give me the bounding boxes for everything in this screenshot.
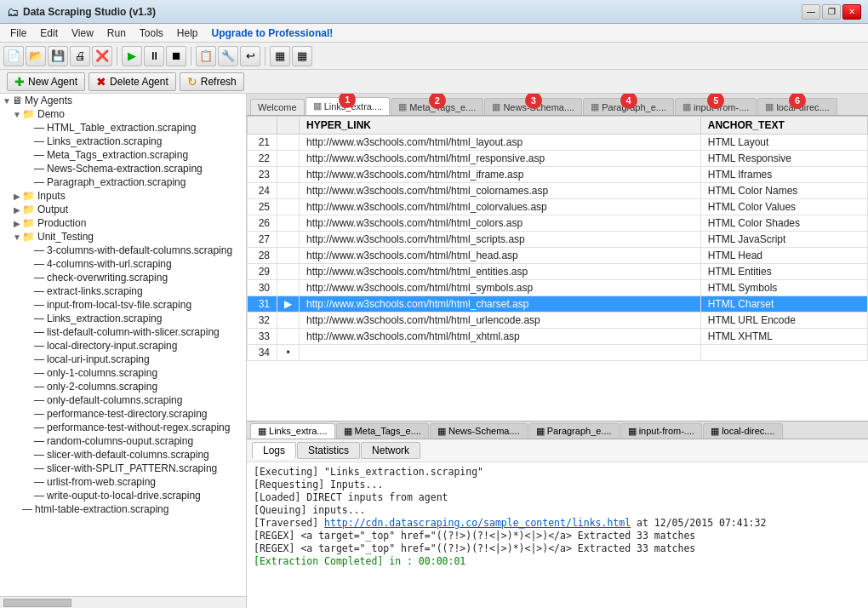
sidebar-item-demo[interactable]: ▼ 📁 Demo <box>0 107 246 121</box>
refresh-button[interactable]: ↻ Refresh <box>180 72 244 91</box>
sidebar-item-slicer-split[interactable]: — slicer-with-SPLIT_PATTERN.scraping <box>0 462 246 475</box>
tab-links-extra[interactable]: 1 ▦ Links_extra.... <box>306 97 390 115</box>
sidebar-item-perf-dir[interactable]: — performance-test-directory.scraping <box>0 407 246 421</box>
sidebar-item-my-agents[interactable]: ▼ 🖥 My Agents <box>0 94 246 107</box>
toolbar-copy[interactable]: 📋 <box>196 46 216 66</box>
table-row[interactable]: 32http://www.w3schools.com/html/html_url… <box>248 313 868 329</box>
sidebar-item-local-dir[interactable]: — local-directory-input.scraping <box>0 339 246 353</box>
sidebar-item-html-table[interactable]: — HTML_Table_extraction.scraping <box>0 121 246 135</box>
sidebar-item-paragraph[interactable]: — Paragraph_extraction.scraping <box>0 175 246 189</box>
toolbar-view2[interactable]: ▦ <box>292 46 312 66</box>
sidebar-label: only-2-columns.scraping <box>47 381 157 393</box>
sidebar-item-only-default[interactable]: — only-default-columns.scraping <box>0 393 246 407</box>
sidebar-item-only2[interactable]: — only-2-columns.scraping <box>0 380 246 393</box>
table-row[interactable]: 23http://www.w3schools.com/html/html_ifr… <box>248 167 868 183</box>
table-row[interactable]: 30http://www.w3schools.com/html/html_sym… <box>248 280 868 296</box>
sidebar-item-extract-links[interactable]: — extract-links.scraping <box>0 284 246 298</box>
sidebar-item-3col[interactable]: — 3-columns-with-default-columns.scrapin… <box>0 244 246 257</box>
bottom-tab-meta[interactable]: ▦ Meta_Tags_e.... <box>336 423 429 439</box>
sidebar-item-list-default[interactable]: — list-default-column-with-slicer.scrapi… <box>0 325 246 339</box>
toolbar-save[interactable]: 💾 <box>48 46 68 66</box>
sidebar-scrollbar[interactable] <box>0 596 246 608</box>
new-agent-button[interactable]: ✚ New Agent <box>7 72 85 91</box>
sidebar-item-news[interactable]: — News-Schema-extraction.scraping <box>0 162 246 175</box>
sidebar-item-slicer-default[interactable]: — slicer-with-default-columns.scraping <box>0 448 246 462</box>
toolbar-open[interactable]: 📂 <box>26 46 46 66</box>
sidebar-item-4col[interactable]: — 4-columns-with-url.scraping <box>0 257 246 271</box>
delete-agent-button[interactable]: ✖ Delete Agent <box>89 72 176 91</box>
sidebar-item-perf-regex[interactable]: — performance-test-without-regex.scrapin… <box>0 421 246 434</box>
traversed-link[interactable]: http://cdn.datascraping.co/sample_conten… <box>324 517 631 529</box>
toolbar-undo[interactable]: ↩ <box>240 46 260 66</box>
table-row[interactable]: 29http://www.w3schools.com/html/html_ent… <box>248 264 868 280</box>
bottom-tab-label: News-Schema.... <box>448 426 520 436</box>
sidebar-item-only1[interactable]: — only-1-columns.scraping <box>0 366 246 380</box>
bottom-tab-local[interactable]: ▦ local-direc.... <box>703 423 782 439</box>
toolbar-pause[interactable]: ⏸ <box>144 46 164 66</box>
log-tab-network[interactable]: Network <box>361 442 420 459</box>
sidebar-item-unit-testing[interactable]: ▼ 📁 Unit_Testing <box>0 230 246 244</box>
menu-run[interactable]: Run <box>100 26 133 41</box>
bottom-tab-input[interactable]: ▦ input-from-.... <box>620 423 702 439</box>
sidebar-item-random[interactable]: — random-columns-ouput.scraping <box>0 434 246 448</box>
sidebar-item-inputs[interactable]: ▶ 📁 Inputs <box>0 189 246 203</box>
menu-edit[interactable]: Edit <box>33 26 65 41</box>
sidebar-item-local-uri[interactable]: — local-uri-input.scraping <box>0 353 246 366</box>
toolbar-stop[interactable]: ⏹ <box>166 46 186 66</box>
file-icon: — <box>34 353 44 365</box>
sidebar-item-html-table2[interactable]: — html-table-extraction.scraping <box>0 502 246 516</box>
tab-meta-tags[interactable]: 2 ▦ Meta_Tags_e.... <box>391 98 483 115</box>
table-row[interactable]: 21http://www.w3schools.com/html/html_lay… <box>248 135 868 151</box>
tab-welcome[interactable]: Welcome <box>250 99 305 115</box>
bottom-tab-links[interactable]: ▦ Links_extra.... <box>250 423 335 439</box>
bottom-tab-paragraph[interactable]: ▦ Paragraph_e.... <box>528 423 620 439</box>
toolbar-print[interactable]: 🖨 <box>70 46 90 66</box>
menu-bar: File Edit View Run Tools Help Upgrade to… <box>0 24 868 43</box>
restore-button[interactable]: ❐ <box>822 4 841 20</box>
file-icon: — <box>22 503 32 515</box>
minimize-button[interactable]: — <box>802 4 820 20</box>
sidebar-item-check-overwriting[interactable]: — check-overwriting.scraping <box>0 271 246 284</box>
close-button[interactable]: ✕ <box>842 4 861 20</box>
sidebar-item-meta[interactable]: — Meta_Tags_extraction.scraping <box>0 148 246 162</box>
tab-paragraph[interactable]: 4 ▦ Paragraph_e.... <box>583 98 674 115</box>
sidebar-item-links2[interactable]: — Links_extraction.scraping <box>0 312 246 325</box>
toolbar-delete[interactable]: ❌ <box>92 46 112 66</box>
sidebar-item-write-output[interactable]: — write-ouput-to-local-drive.scraping <box>0 489 246 502</box>
menu-file[interactable]: File <box>3 26 33 41</box>
table-row[interactable]: 25http://www.w3schools.com/html/html_col… <box>248 199 868 215</box>
table-row[interactable]: 22http://www.w3schools.com/html/html_res… <box>248 151 868 167</box>
tab-input-from[interactable]: 5 ▦ input-from-.... <box>675 98 757 115</box>
log-tab-logs[interactable]: Logs <box>252 442 296 459</box>
col-header-hyper-link[interactable]: HYPER_LINK <box>300 117 701 135</box>
table-row[interactable]: 33http://www.w3schools.com/html/html_xht… <box>248 329 868 345</box>
sidebar-item-input-from-local[interactable]: — input-from-local-tsv-file.scraping <box>0 298 246 312</box>
sidebar-item-output[interactable]: ▶ 📁 Output <box>0 203 246 216</box>
menu-help[interactable]: Help <box>170 26 205 41</box>
toolbar-settings[interactable]: 🔧 <box>218 46 238 66</box>
table-row[interactable]: 31▶http://www.w3schools.com/html/html_ch… <box>248 296 868 313</box>
table-row[interactable]: 26http://www.w3schools.com/html/html_col… <box>248 215 868 232</box>
toolbar-run[interactable]: ▶ <box>122 46 142 66</box>
sidebar-item-production[interactable]: ▶ 📁 Production <box>0 216 246 230</box>
log-line: [Loaded] DIRECT inputs from agent <box>254 491 861 503</box>
row-arrow: • <box>277 345 300 361</box>
file-icon: — <box>34 285 44 297</box>
sidebar-item-links[interactable]: — Links_extraction.scraping <box>0 135 246 148</box>
bottom-tab-news[interactable]: ▦ News-Schema.... <box>430 423 528 439</box>
row-arrow <box>277 280 300 296</box>
table-row[interactable]: 34• <box>248 345 868 361</box>
log-tab-statistics[interactable]: Statistics <box>297 442 360 459</box>
table-row[interactable]: 27http://www.w3schools.com/html/html_scr… <box>248 232 868 248</box>
table-row[interactable]: 28http://www.w3schools.com/html/html_hea… <box>248 248 868 264</box>
menu-view[interactable]: View <box>65 26 100 41</box>
menu-tools[interactable]: Tools <box>133 26 170 41</box>
tab-news-schema[interactable]: 3 ▦ News-Schema.... <box>484 98 582 115</box>
menu-upgrade[interactable]: Upgrade to Professional! <box>205 26 340 41</box>
toolbar-new[interactable]: 📄 <box>3 46 24 66</box>
tab-local-direc[interactable]: 6 ▦ local-direc.... <box>757 98 837 115</box>
toolbar-view1[interactable]: ▦ <box>270 46 290 66</box>
table-row[interactable]: 24http://www.w3schools.com/html/html_col… <box>248 183 868 199</box>
sidebar-item-urlist[interactable]: — urlist-from-web.scraping <box>0 475 246 489</box>
col-header-anchor-text[interactable]: ANCHOR_TEXT <box>700 117 867 135</box>
